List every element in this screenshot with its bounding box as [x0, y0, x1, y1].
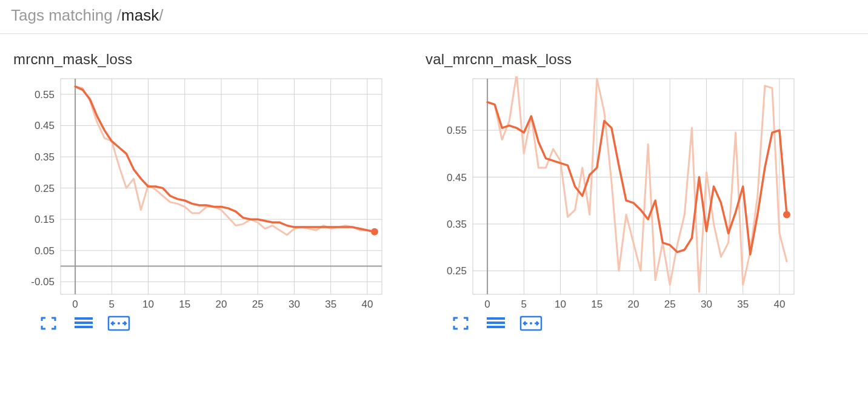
fit-domain-button[interactable]	[107, 315, 131, 332]
svg-text:5: 5	[109, 299, 115, 310]
svg-text:0.45: 0.45	[447, 172, 467, 183]
filter-prefix: Tags matching /	[11, 6, 121, 24]
svg-point-35	[371, 228, 378, 236]
svg-text:10: 10	[555, 299, 566, 310]
svg-text:10: 10	[142, 299, 154, 310]
svg-text:25: 25	[664, 299, 676, 310]
svg-text:0.35: 0.35	[35, 151, 55, 163]
svg-text:0: 0	[484, 299, 490, 310]
svg-text:15: 15	[591, 299, 603, 310]
svg-text:0.05: 0.05	[35, 245, 55, 257]
svg-point-40	[118, 322, 120, 325]
toggle-lines-button[interactable]	[484, 315, 508, 332]
svg-text:40: 40	[361, 299, 373, 310]
svg-text:0.25: 0.25	[447, 265, 467, 277]
svg-text:0.25: 0.25	[35, 183, 55, 194]
svg-point-69	[783, 211, 790, 218]
svg-text:25: 25	[252, 299, 264, 310]
chart-toolbar	[12, 312, 388, 339]
svg-text:40: 40	[773, 299, 785, 310]
svg-text:0.55: 0.55	[35, 89, 55, 101]
chart-plot-area[interactable]: 05101520253035400.250.350.450.55	[424, 76, 800, 312]
chart-panel-val-mrcnn-mask-loss: val_mrcnn_mask_loss 05101520253035400.25…	[424, 51, 800, 339]
chart-title: mrcnn_mask_loss	[13, 51, 388, 68]
svg-point-74	[530, 322, 532, 325]
chart-panel-mrcnn-mask-loss: mrcnn_mask_loss 0510152025303540-0.050.0…	[12, 51, 388, 339]
svg-text:0: 0	[72, 299, 78, 310]
expand-button[interactable]	[449, 315, 473, 332]
svg-text:20: 20	[628, 299, 639, 310]
svg-text:0.35: 0.35	[447, 219, 467, 230]
svg-text:35: 35	[737, 299, 749, 310]
svg-text:0.55: 0.55	[447, 125, 467, 136]
filter-suffix: /	[159, 6, 163, 24]
svg-text:20: 20	[216, 299, 227, 310]
svg-text:0.15: 0.15	[35, 214, 55, 225]
svg-text:30: 30	[289, 299, 300, 310]
svg-text:0.45: 0.45	[35, 120, 55, 131]
tag-filter-bar[interactable]: Tags matching /mask/	[0, 0, 868, 34]
chart-title: val_mrcnn_mask_loss	[426, 51, 800, 68]
chart-panels: mrcnn_mask_loss 0510152025303540-0.050.0…	[0, 34, 868, 345]
svg-text:5: 5	[521, 299, 527, 310]
svg-text:35: 35	[325, 299, 336, 310]
filter-query: mask	[121, 6, 159, 24]
expand-button[interactable]	[36, 315, 61, 332]
svg-text:-0.05: -0.05	[31, 276, 55, 288]
toggle-lines-button[interactable]	[72, 315, 96, 332]
chart-toolbar	[424, 312, 800, 339]
chart-plot-area[interactable]: 0510152025303540-0.050.050.150.250.350.4…	[12, 76, 388, 312]
fit-domain-button[interactable]	[519, 315, 543, 332]
svg-text:30: 30	[701, 299, 712, 310]
svg-text:15: 15	[179, 299, 190, 310]
